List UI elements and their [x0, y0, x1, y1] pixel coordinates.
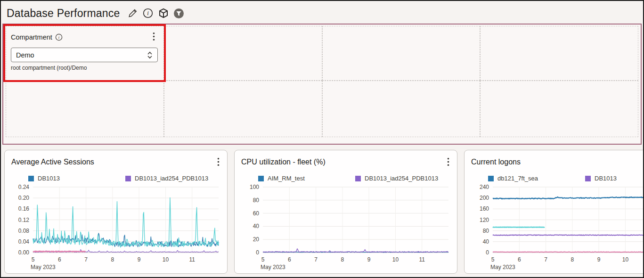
svg-text:7: 7 [314, 256, 318, 263]
svg-text:6: 6 [288, 256, 291, 263]
legend-label: DB1013_iad254_PDB1013 [135, 175, 208, 182]
svg-text:May 2023: May 2023 [261, 264, 285, 270]
svg-text:120: 120 [480, 217, 489, 223]
line-chart: 04080120160200240567891011May 2023 [471, 184, 644, 271]
svg-text:240: 240 [480, 184, 489, 190]
svg-text:5: 5 [491, 256, 495, 263]
svg-text:9: 9 [367, 256, 371, 263]
chart-card-average-active-sessions: Average Active Sessions DB1013DB1013_iad… [4, 150, 228, 274]
svg-text:0.16: 0.16 [18, 205, 30, 212]
legend-label: DB1013_iad254_PDB1013 [365, 175, 438, 182]
svg-text:80: 80 [253, 197, 260, 204]
page-header: Database Performance i [1, 1, 643, 24]
legend-label: AIM_RM_test [268, 175, 305, 182]
empty-grid-cell [164, 81, 322, 137]
line-chart: 020406080100567891011May 2023 [241, 184, 452, 271]
svg-text:9: 9 [597, 256, 601, 263]
chart-title: Current logons [471, 156, 521, 166]
empty-grid-cell [164, 26, 322, 81]
svg-text:200: 200 [480, 195, 489, 201]
legend-item[interactable]: DB1013_iad254_PDB1013 [355, 175, 452, 182]
svg-text:7: 7 [84, 256, 88, 263]
svg-text:160: 160 [480, 205, 489, 212]
legend-swatch-icon [125, 176, 131, 181]
svg-text:i: i [147, 10, 149, 16]
svg-text:10: 10 [622, 256, 629, 263]
chart-title: Average Active Sessions [11, 156, 94, 166]
svg-text:8: 8 [111, 256, 114, 263]
svg-text:May 2023: May 2023 [31, 264, 56, 270]
svg-text:0.08: 0.08 [18, 228, 30, 234]
chart-legend: DB1013DB1013_iad254_PDB1013 [11, 175, 222, 182]
chevron-up-down-icon [146, 50, 154, 60]
legend-label: DB1013 [595, 175, 617, 182]
svg-text:6: 6 [518, 256, 521, 263]
legend-item[interactable]: DB1013 [585, 175, 644, 182]
legend-swatch-icon [585, 176, 591, 181]
svg-text:5: 5 [32, 256, 35, 263]
page-title: Database Performance [7, 7, 120, 20]
legend-item[interactable]: DB1013 [28, 175, 125, 182]
compartment-filter-widget: Compartment i Demo root compartment (roo… [6, 26, 164, 81]
chart-canvas: 020406080100567891011May 2023 [241, 184, 452, 271]
empty-grid-cell [6, 81, 164, 137]
svg-text:i: i [58, 35, 60, 40]
chart-card-current-logons: Current logons db121_7ft_seaDB1013 04080… [464, 150, 644, 274]
info-icon[interactable]: i [142, 8, 154, 19]
dashboard-filter-grid: Compartment i Demo root compartment (roo… [2, 24, 642, 145]
svg-text:May 2023: May 2023 [490, 264, 515, 270]
svg-text:0: 0 [256, 249, 259, 256]
svg-text:0: 0 [486, 249, 489, 256]
legend-item[interactable]: DB1013_iad254_PDB1013 [125, 175, 222, 182]
compartment-selected-value: Demo [16, 51, 34, 59]
empty-grid-cell [322, 26, 481, 81]
chart-card-cpu-utilization: CPU utilization - fleet (%) AIM_RM_testD… [234, 150, 457, 274]
svg-text:8: 8 [571, 256, 574, 263]
svg-text:7: 7 [544, 256, 547, 263]
chart-canvas: 0.000.040.080.120.160.200.24567891011May… [11, 184, 222, 271]
svg-text:80: 80 [483, 228, 489, 234]
svg-text:0.24: 0.24 [18, 184, 30, 190]
kebab-menu-icon[interactable] [444, 156, 452, 169]
edit-icon[interactable] [128, 8, 138, 18]
legend-item[interactable]: AIM_RM_test [258, 175, 355, 182]
svg-text:6: 6 [58, 256, 61, 263]
svg-text:0.00: 0.00 [18, 249, 30, 256]
chart-title: CPU utilization - fleet (%) [241, 156, 326, 166]
svg-text:0.04: 0.04 [18, 238, 30, 245]
compartment-path-text: root compartment (root)/Demo [11, 65, 158, 71]
chart-canvas: 04080120160200240567891011May 2023 [471, 184, 644, 271]
legend-swatch-icon [488, 176, 494, 181]
legend-swatch-icon [28, 176, 34, 181]
svg-text:100: 100 [250, 184, 259, 190]
info-icon[interactable]: i [55, 33, 63, 41]
svg-text:8: 8 [341, 256, 344, 263]
filter-icon[interactable] [173, 8, 184, 19]
svg-text:11: 11 [419, 256, 425, 263]
legend-item[interactable]: db121_7ft_sea [488, 175, 585, 182]
compartment-label: Compartment [11, 33, 52, 41]
empty-grid-cell [480, 81, 638, 137]
kebab-menu-icon[interactable] [150, 31, 158, 43]
cube-icon[interactable] [158, 8, 169, 19]
svg-text:40: 40 [483, 238, 489, 245]
empty-grid-cell [480, 26, 638, 81]
svg-text:9: 9 [138, 256, 141, 263]
svg-text:40: 40 [253, 223, 260, 229]
svg-text:11: 11 [189, 256, 195, 263]
empty-grid-cell [322, 81, 481, 137]
chart-legend: db121_7ft_seaDB1013 [471, 175, 644, 182]
compartment-select[interactable]: Demo [11, 48, 158, 62]
line-chart: 0.000.040.080.120.160.200.24567891011May… [11, 184, 222, 271]
svg-text:10: 10 [392, 256, 399, 263]
chart-legend: AIM_RM_testDB1013_iad254_PDB1013 [241, 175, 452, 182]
charts-row: Average Active Sessions DB1013DB1013_iad… [4, 150, 640, 274]
legend-label: DB1013 [38, 175, 60, 182]
legend-swatch-icon [355, 176, 361, 181]
svg-text:0.12: 0.12 [18, 217, 30, 223]
legend-label: db121_7ft_sea [497, 175, 538, 182]
svg-text:60: 60 [253, 210, 260, 217]
svg-text:0.20: 0.20 [18, 195, 30, 201]
kebab-menu-icon[interactable] [214, 156, 222, 169]
svg-text:5: 5 [261, 256, 265, 263]
